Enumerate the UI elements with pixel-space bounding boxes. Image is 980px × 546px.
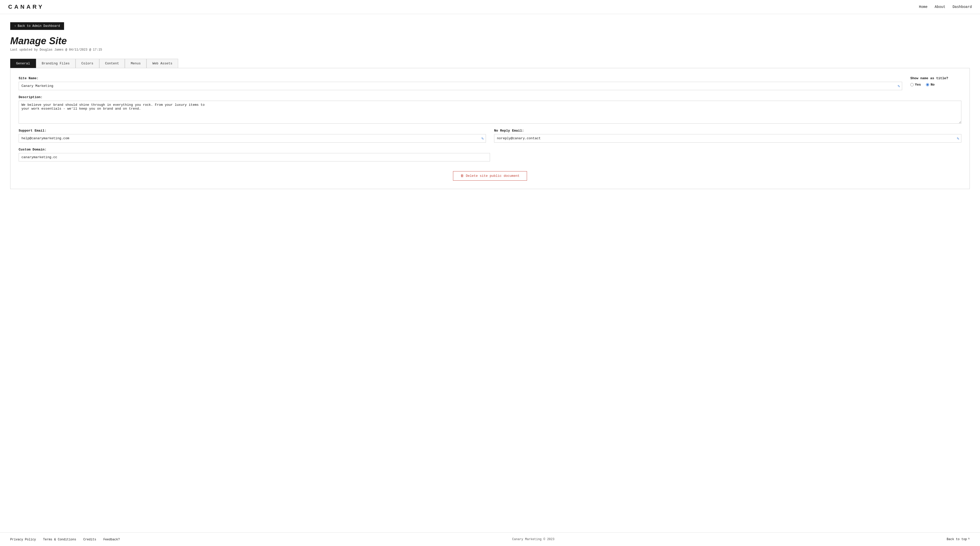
site-name-input[interactable] bbox=[19, 82, 902, 90]
support-email-input[interactable] bbox=[19, 134, 486, 142]
footer-terms-link[interactable]: Terms & Conditions bbox=[43, 538, 76, 541]
site-name-row: Site Name: ✎ Show name as title? Yes No bbox=[19, 77, 961, 90]
back-button-label: Back to Admin Dashboard bbox=[18, 24, 60, 28]
radio-yes-text: Yes bbox=[915, 83, 921, 86]
nav-dashboard-link[interactable]: Dashboard bbox=[953, 5, 972, 9]
form-panel: Site Name: ✎ Show name as title? Yes No bbox=[10, 68, 970, 189]
custom-domain-row: Custom Domain: bbox=[19, 148, 961, 161]
delete-button-label: Delete site public document bbox=[466, 174, 520, 178]
tab-menus[interactable]: Menus bbox=[125, 59, 146, 68]
tab-general[interactable]: General bbox=[10, 59, 36, 68]
chevron-left-icon: ‹ bbox=[14, 24, 16, 28]
site-name-label: Site Name: bbox=[19, 77, 902, 80]
tabs-container: General Branding Files Colors Content Me… bbox=[10, 59, 970, 68]
custom-domain-label: Custom Domain: bbox=[19, 148, 490, 152]
footer-copyright: Canary Marketing © 2023 bbox=[512, 538, 555, 541]
radio-yes[interactable] bbox=[910, 83, 914, 86]
support-email-group: Support Email: ✎ bbox=[19, 129, 486, 142]
noreply-email-label: No Reply Email: bbox=[494, 129, 961, 133]
radio-yes-label[interactable]: Yes bbox=[910, 83, 921, 86]
show-name-group: Show name as title? Yes No bbox=[910, 77, 961, 86]
description-label: Description: bbox=[19, 95, 961, 99]
nav-home-link[interactable]: Home bbox=[919, 5, 928, 9]
support-email-input-wrapper: ✎ bbox=[19, 134, 486, 142]
nav-about-link[interactable]: About bbox=[935, 5, 945, 9]
site-name-group: Site Name: ✎ bbox=[19, 77, 902, 90]
tab-web-assets[interactable]: Web Assets bbox=[146, 59, 178, 68]
page-title: Manage Site bbox=[10, 35, 970, 46]
navbar: CANARY Home About Dashboard bbox=[0, 0, 980, 14]
delete-site-button[interactable]: 🗑 Delete site public document bbox=[453, 171, 527, 180]
description-textarea[interactable]: We believe your brand should shine throu… bbox=[19, 101, 961, 124]
footer-credits-link[interactable]: Credits bbox=[83, 538, 96, 541]
footer: Privacy Policy Terms & Conditions Credit… bbox=[0, 532, 980, 546]
description-group: Description: We believe your brand shoul… bbox=[19, 95, 961, 124]
tab-branding-files[interactable]: Branding Files bbox=[36, 59, 76, 68]
back-to-top-link[interactable]: Back to top ^ bbox=[947, 538, 970, 541]
chevron-up-icon: ^ bbox=[968, 538, 970, 541]
site-name-input-wrapper: ✎ bbox=[19, 82, 902, 90]
emails-row: Support Email: ✎ No Reply Email: ✎ bbox=[19, 129, 961, 142]
site-logo: CANARY bbox=[8, 3, 44, 10]
show-name-radios: Yes No bbox=[910, 83, 961, 86]
description-row: Description: We believe your brand shoul… bbox=[19, 95, 961, 124]
noreply-email-input-wrapper: ✎ bbox=[494, 134, 961, 142]
custom-domain-group: Custom Domain: bbox=[19, 148, 490, 161]
noreply-email-group: No Reply Email: ✎ bbox=[494, 129, 961, 142]
back-to-top-text: Back to top bbox=[947, 538, 967, 541]
nav-links: Home About Dashboard bbox=[919, 5, 972, 9]
show-name-label: Show name as title? bbox=[910, 77, 961, 80]
radio-no-label[interactable]: No bbox=[926, 83, 935, 86]
back-to-admin-button[interactable]: ‹ Back to Admin Dashboard bbox=[10, 22, 64, 30]
radio-no[interactable] bbox=[926, 83, 929, 86]
main-content: ‹ Back to Admin Dashboard Manage Site La… bbox=[0, 14, 980, 532]
last-updated-text: Last updated by Douglas James @ 04/11/20… bbox=[10, 48, 970, 52]
tab-content[interactable]: Content bbox=[99, 59, 125, 68]
noreply-email-input[interactable] bbox=[494, 134, 961, 142]
radio-no-text: No bbox=[931, 83, 935, 86]
trash-icon: 🗑 bbox=[460, 174, 464, 178]
footer-privacy-link[interactable]: Privacy Policy bbox=[10, 538, 36, 541]
custom-domain-input[interactable] bbox=[19, 153, 490, 161]
tab-colors[interactable]: Colors bbox=[76, 59, 99, 68]
footer-links: Privacy Policy Terms & Conditions Credit… bbox=[10, 537, 120, 541]
delete-section: 🗑 Delete site public document bbox=[19, 169, 961, 180]
footer-feedback-link[interactable]: Feedback? bbox=[103, 538, 120, 541]
support-email-label: Support Email: bbox=[19, 129, 486, 133]
